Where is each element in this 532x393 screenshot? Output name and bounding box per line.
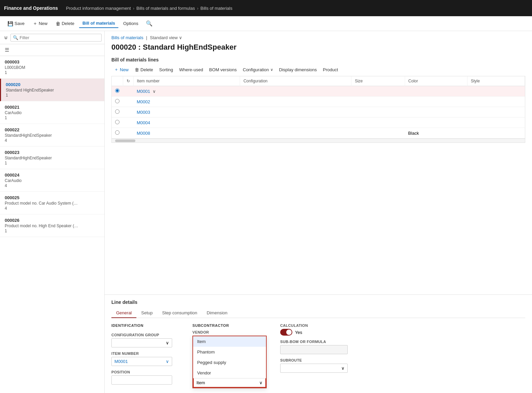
item-number-link[interactable]: M0002 bbox=[137, 99, 150, 104]
table-row[interactable]: M0008 Black bbox=[112, 128, 525, 138]
search-button[interactable]: 🔍 bbox=[143, 19, 155, 28]
configuration-button[interactable]: Configuration bbox=[240, 66, 275, 74]
breadcrumb-item-2[interactable]: Bills of materials and formulas bbox=[136, 6, 195, 11]
filter-input-wrap: 🔍 bbox=[10, 34, 102, 42]
position-input[interactable] bbox=[111, 375, 172, 385]
new-button[interactable]: ＋ New bbox=[29, 19, 51, 28]
dropdown-option-pegged[interactable]: Pegged supply bbox=[193, 357, 266, 368]
app-name: Finance and Operations bbox=[4, 5, 58, 11]
list-area: 000003 L0001BOM 1 000020 Standard HighEn… bbox=[0, 56, 104, 393]
dropdown-selected-row[interactable]: Item ∨ bbox=[193, 378, 266, 388]
position-field: Position bbox=[111, 370, 179, 385]
config-cell bbox=[240, 86, 351, 97]
bom-delete-button[interactable]: 🗑 Delete bbox=[132, 66, 156, 74]
calculation-col: Calculation Yes Sub-BOM or formula bbox=[280, 323, 354, 388]
subroute-label: Subroute bbox=[280, 358, 354, 362]
delete-button[interactable]: 🗑 Delete bbox=[52, 19, 78, 28]
color-cell: Black bbox=[405, 128, 467, 138]
delete-icon: 🗑 bbox=[56, 21, 60, 26]
filter-icon-button[interactable]: ⊌ bbox=[3, 33, 9, 42]
list-item[interactable]: 000022 StandardHighEndSpeaker 4 bbox=[0, 124, 104, 147]
hamburger-button[interactable]: ☰ bbox=[3, 46, 11, 54]
chevron-down-icon: ∨ bbox=[179, 35, 182, 40]
dropdown-option-phantom[interactable]: Phantom bbox=[193, 347, 266, 357]
color-cell bbox=[405, 97, 467, 107]
item-number-field: Item number M0001 ∨ bbox=[111, 351, 179, 366]
list-item[interactable]: 000020 Standard HighEndSpeaker 1 bbox=[0, 79, 104, 101]
chevron-down-icon: ∨ bbox=[166, 359, 169, 364]
list-item[interactable]: 000003 L0001BOM 1 bbox=[0, 56, 104, 79]
tab-step-consumption[interactable]: Step consumption bbox=[157, 308, 202, 318]
calculation-field: Calculation Yes bbox=[280, 323, 354, 336]
dropdown-option-item[interactable]: Item bbox=[193, 336, 266, 347]
list-item[interactable]: 000026 Product model no. High End Speake… bbox=[0, 214, 104, 237]
display-dimensions-button[interactable]: Display dimensions bbox=[276, 66, 320, 74]
col-color: Color bbox=[405, 76, 467, 86]
line-details-title: Line details bbox=[111, 299, 525, 305]
style-cell bbox=[467, 117, 525, 128]
item-id: 000021 bbox=[5, 105, 100, 110]
sorting-button[interactable]: Sorting bbox=[157, 66, 176, 74]
size-cell bbox=[351, 97, 405, 107]
search-icon-small: 🔍 bbox=[13, 35, 18, 40]
item-count: 4 bbox=[5, 138, 100, 143]
size-cell bbox=[351, 128, 405, 138]
save-icon: 💾 bbox=[7, 21, 13, 26]
bom-breadcrumb-link[interactable]: Bills of materials bbox=[111, 35, 143, 40]
calc-toggle[interactable] bbox=[280, 329, 292, 336]
row-radio[interactable] bbox=[115, 120, 119, 124]
config-group-select[interactable]: ∨ bbox=[111, 338, 172, 347]
table-row[interactable]: M0002 bbox=[112, 97, 525, 107]
bom-new-button[interactable]: ＋ New bbox=[111, 65, 131, 74]
row-radio[interactable] bbox=[115, 109, 119, 114]
list-item[interactable]: 000021 CarAudio 1 bbox=[0, 101, 104, 124]
bom-lines-title: Bill of materials lines bbox=[111, 57, 525, 62]
breadcrumb-item-1[interactable]: Product information management bbox=[66, 6, 131, 11]
row-radio[interactable] bbox=[115, 130, 119, 135]
top-nav: Finance and Operations Product informati… bbox=[0, 0, 532, 16]
item-number-link[interactable]: M0001 bbox=[137, 89, 150, 94]
item-sub: StandardHighEndSpeaker bbox=[5, 156, 100, 160]
subroute-select[interactable]: ∨ bbox=[280, 364, 348, 373]
table-row[interactable]: M0004 bbox=[112, 117, 525, 128]
item-count: 1 bbox=[5, 229, 100, 233]
subcontractor-col: SUBCONTRACTOR Vendor Item Phantom Pegged… bbox=[192, 323, 267, 388]
item-number-link[interactable]: M0008 bbox=[137, 131, 150, 136]
tab-dimension[interactable]: Dimension bbox=[202, 308, 232, 318]
item-number-link[interactable]: M0003 bbox=[137, 110, 150, 115]
list-item[interactable]: 000023 StandardHighEndSpeaker 1 bbox=[0, 147, 104, 169]
breadcrumb-item-3[interactable]: Bills of materials bbox=[201, 6, 233, 11]
refresh-icon[interactable]: ↻ bbox=[127, 79, 130, 83]
style-cell bbox=[467, 86, 525, 97]
style-cell bbox=[467, 97, 525, 107]
horizontal-scrollbar[interactable] bbox=[111, 139, 525, 143]
col-select bbox=[112, 76, 123, 86]
left-panel: ⊌ 🔍 ☰ 000003 L0001BOM 1 000020 Standard … bbox=[0, 31, 105, 393]
tab-setup[interactable]: Setup bbox=[136, 308, 157, 318]
standard-view-button[interactable]: Standard view ∨ bbox=[150, 35, 182, 40]
size-cell bbox=[351, 117, 405, 128]
table-row[interactable]: M0001 ∨ bbox=[112, 86, 525, 97]
item-number-select[interactable]: M0001 ∨ bbox=[111, 357, 172, 366]
bom-button[interactable]: Bill of materials bbox=[79, 19, 118, 28]
table-row[interactable]: M0003 bbox=[112, 107, 525, 117]
list-item[interactable]: 000024 CarAudio 4 bbox=[0, 169, 104, 192]
item-number-link[interactable]: M0004 bbox=[137, 120, 150, 125]
bom-versions-button[interactable]: BOM versions bbox=[207, 66, 240, 74]
tab-general[interactable]: General bbox=[111, 308, 136, 318]
where-used-button[interactable]: Where-used bbox=[177, 66, 206, 74]
item-id: 000025 bbox=[5, 195, 100, 200]
product-button[interactable]: Product bbox=[320, 66, 341, 74]
search-icon: 🔍 bbox=[146, 20, 153, 27]
options-button[interactable]: Options bbox=[120, 19, 142, 28]
filter-input[interactable] bbox=[20, 35, 99, 40]
list-item[interactable]: 000025 Product model no. Car Audio Syste… bbox=[0, 192, 104, 214]
chevron-down-icon[interactable]: ∨ bbox=[153, 89, 156, 94]
row-radio[interactable] bbox=[115, 99, 119, 103]
chevron-down-icon: ∨ bbox=[166, 340, 169, 345]
dropdown-option-vendor[interactable]: Vendor bbox=[193, 368, 266, 378]
save-button[interactable]: 💾 Save bbox=[4, 19, 28, 28]
row-radio[interactable] bbox=[115, 88, 119, 93]
item-count: 1 bbox=[6, 93, 100, 98]
sub-bom-input[interactable] bbox=[280, 345, 348, 354]
